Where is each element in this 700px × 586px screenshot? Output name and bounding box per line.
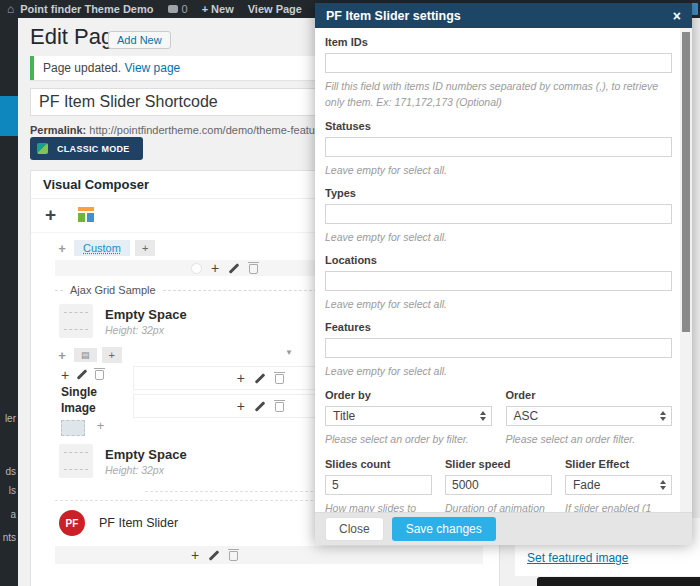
statuses-input[interactable] [325,137,672,157]
plus-icon[interactable]: + [191,550,199,560]
plus-icon[interactable]: + [237,373,245,383]
field-helper: Duration of animation between slides (in… [445,500,552,512]
field-statuses: Statuses Leave empty for select all. [325,120,672,178]
plus-icon[interactable]: + [237,401,245,411]
chevron-down-icon[interactable]: ▼ [285,348,293,357]
locations-input[interactable] [325,271,672,291]
admin-menu-current-item-arrow [0,96,18,136]
admin-bar-view-page[interactable]: View Page [248,3,302,15]
pencil-icon[interactable] [77,369,88,380]
field-order-by: Order by Title Please select an order by… [325,389,492,456]
plus-icon[interactable]: + [211,263,219,273]
element-subtitle: Height: 32px [105,464,187,476]
image-thumbnail[interactable] [61,420,85,436]
order-by-value: Title [333,409,355,423]
features-input[interactable] [325,338,672,358]
admin-menu-item-fragment[interactable]: ls [0,485,16,496]
save-changes-button[interactable]: Save changes [392,517,496,541]
empty-space-icon [59,444,93,478]
field-label: Features [325,321,672,333]
divider-line [55,290,63,291]
field-label: Order by [325,389,492,401]
order-select[interactable]: ASC [506,406,673,426]
select-arrows-icon [660,411,666,421]
tab-custom[interactable]: Custom [74,240,130,256]
modal-header: PF Item Slider settings × [315,3,692,28]
trash-icon[interactable] [229,551,238,561]
row-color-toggle[interactable] [191,263,202,274]
pencil-icon[interactable] [255,373,266,384]
move-icon[interactable]: + [55,348,69,363]
element-subtitle: Height: 32px [105,324,187,336]
close-button[interactable]: Close [325,517,384,541]
home-icon[interactable]: ⌂ [7,2,14,16]
pencil-icon[interactable] [229,263,240,274]
field-label: Types [325,187,672,199]
add-new-button[interactable]: Add New [108,31,171,49]
field-features: Features Leave empty for select all. [325,321,672,379]
layout-tab-icon[interactable]: ▤ [74,348,97,362]
field-label: Slider Effect [565,458,672,470]
admin-menu-item-fragment[interactable]: a [0,509,16,520]
admin-bar-site-name[interactable]: Point finder Theme Demo [20,3,153,15]
pencil-icon[interactable] [255,401,266,412]
add-tab-icon[interactable]: + [102,347,122,363]
admin-menu: ler ds ls a nts [0,18,18,586]
close-icon[interactable]: × [673,8,681,24]
notice-text: Page updated. [43,61,121,75]
admin-menu-item-fragment[interactable]: ds [0,466,16,477]
admin-menu-item-fragment[interactable]: ler [0,413,16,424]
field-helper: Please select an order filter. [506,431,673,447]
field-label: Slider speed [445,458,552,470]
classic-mode-label: CLASSIC MODE [57,144,130,154]
classic-mode-button[interactable]: CLASSIC MODE [30,137,143,160]
add-element-icon[interactable]: + [45,207,56,223]
templates-icon[interactable] [78,207,94,223]
wordpress-edit-page-screen: ⌂ Point finder Theme Demo 0 + New View P… [0,0,700,586]
slider-speed-input[interactable] [445,475,552,495]
field-helper: How many slides to show? Enter number or… [325,500,432,512]
order-by-select[interactable]: Title [325,406,492,426]
add-tab-icon[interactable]: + [135,240,155,256]
field-helper: If slider enabled (1 Column) You can sel… [565,500,672,512]
permalink-label: Permalink: [30,124,86,136]
move-icon[interactable]: + [55,241,69,256]
element-title[interactable]: Single Image [55,385,125,416]
permalink-url: http://pointfindertheme.com/demo/theme-f… [89,124,333,136]
pencil-icon[interactable] [209,550,220,561]
trash-icon[interactable] [275,402,284,412]
admin-bar-new[interactable]: + New [202,3,234,15]
set-featured-image-link[interactable]: Set featured image [527,551,628,565]
column-single-image: + Single Image + [55,366,125,436]
slider-effect-select[interactable]: Fade [565,475,672,495]
plus-icon[interactable]: + [97,418,105,433]
plus-icon[interactable]: + [61,370,69,380]
field-helper: Please select an order by filter. [325,431,492,447]
field-types: Types Leave empty for select all. [325,187,672,245]
element-title: Empty Space [105,307,187,322]
modal-scrollbar[interactable] [680,28,692,512]
modal-footer: Close Save changes [315,512,692,545]
classic-mode-icon [37,143,48,154]
trash-icon[interactable] [95,370,104,380]
order-value: ASC [514,409,539,423]
post-title-input[interactable] [30,88,330,116]
trash-icon[interactable] [249,264,258,274]
scrollbar-thumb[interactable] [682,32,690,332]
field-label: Slides count [325,458,432,470]
section-title: Ajax Grid Sample [70,284,156,296]
field-helper: Leave empty for select all. [325,229,672,245]
field-label: Locations [325,254,672,266]
field-helper: Leave empty for select all. [325,162,672,178]
admin-menu-item-fragment[interactable]: nts [0,532,16,543]
slides-count-input[interactable] [325,475,432,495]
field-helper: Leave empty for select all. [325,296,672,312]
trash-icon[interactable] [275,374,284,384]
types-input[interactable] [325,204,672,224]
select-arrows-icon [480,411,486,421]
slider-effect-value: Fade [573,478,600,492]
comments-icon[interactable] [168,5,178,13]
field-locations: Locations Leave empty for select all. [325,254,672,312]
view-page-link[interactable]: View page [124,61,180,75]
item-ids-input[interactable] [325,53,672,73]
